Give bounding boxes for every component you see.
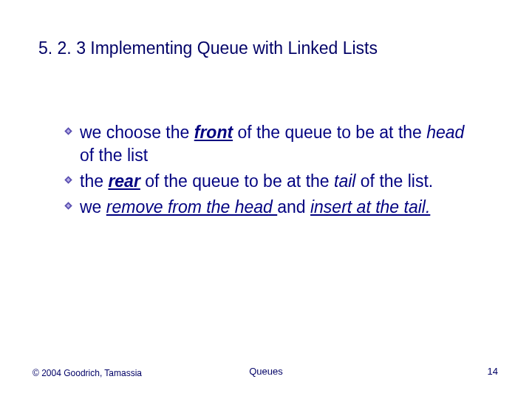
slide-body: we choose the front of the queue to be a… — [64, 121, 477, 222]
diamond-bullet-icon — [64, 126, 73, 136]
slide: 5. 2. 3 Implementing Queue with Linked L… — [0, 0, 532, 399]
diamond-bullet-icon — [64, 201, 73, 211]
bullet-text: insert at the tail. — [310, 197, 430, 216]
slide-title: 5. 2. 3 Implementing Queue with Linked L… — [38, 38, 378, 58]
bullet-text: rear — [108, 171, 140, 191]
bullet-text: of the queue to be at the — [140, 171, 334, 191]
bullet-text: we — [80, 197, 106, 216]
bullet-text: of the list — [80, 146, 148, 165]
bullet-item: we remove from the head and insert at th… — [64, 196, 477, 219]
bullet-text: we choose the — [80, 123, 194, 142]
bullet-item: we choose the front of the queue to be a… — [64, 121, 477, 167]
bullet-text: remove from the head — [106, 197, 277, 216]
bullet-text: the — [80, 171, 108, 191]
bullet-text: front — [194, 123, 233, 142]
bullet-item: the rear of the queue to be at the tail … — [64, 170, 477, 193]
diamond-bullet-icon — [64, 175, 73, 185]
bullet-text: of the list. — [355, 171, 433, 191]
bullet-text: and — [277, 197, 310, 216]
bullet-text: of the queue to be at the — [233, 123, 426, 142]
page-number: 14 — [488, 366, 498, 377]
bullet-text: tail — [334, 171, 355, 191]
bullet-text: head — [426, 123, 464, 142]
footer-center-text: Queues — [0, 366, 532, 377]
